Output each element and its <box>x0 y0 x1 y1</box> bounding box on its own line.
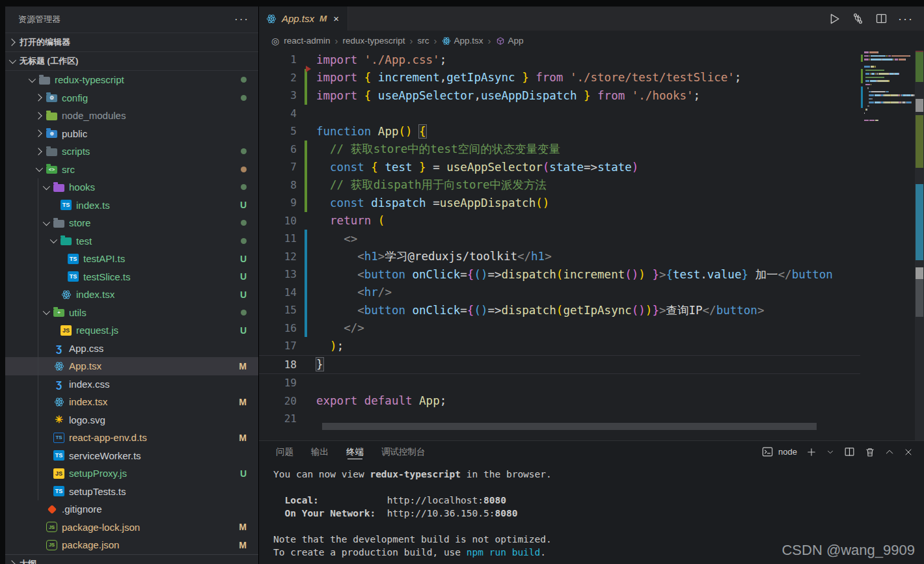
split-terminal-icon[interactable] <box>843 446 856 458</box>
code-line-7: 7 const { test } = useAppSelector(state=… <box>259 158 860 176</box>
terminal-line <box>273 481 924 494</box>
minimap[interactable] <box>860 51 915 440</box>
javascript-icon: JS <box>61 325 72 336</box>
title-bar-strip <box>0 0 924 7</box>
chevron-down-icon <box>40 310 51 315</box>
tree-item-label: scripts <box>62 146 90 157</box>
maximize-panel-icon[interactable] <box>884 447 895 457</box>
tree-item-package.json[interactable]: JSpackage.jsonM <box>5 536 258 554</box>
watermark: CSDN @wang_9909 <box>781 542 915 559</box>
tree-item-config[interactable]: ⚙config <box>5 89 258 107</box>
line-number: 4 <box>259 107 297 120</box>
file-tree: redux-typescript⚙confignode_modules⊕publ… <box>5 71 258 554</box>
more-actions-icon[interactable]: ··· <box>898 16 914 22</box>
chevron-down-icon <box>40 185 51 190</box>
tree-item-testSlice.ts[interactable]: TStestSlice.tsU <box>5 268 258 286</box>
tab-output[interactable]: 输出 <box>311 441 329 463</box>
tree-item-test[interactable]: test <box>5 232 258 250</box>
close-panel-icon[interactable] <box>903 447 914 457</box>
workspace-section[interactable]: 无标题 (工作区) <box>5 51 258 71</box>
tree-item-serviceWorker.ts[interactable]: TSserviceWorker.ts <box>5 447 258 465</box>
tree-item-label: App.css <box>69 343 103 354</box>
git-status-dot <box>241 184 258 190</box>
tree-item-label: testSlice.ts <box>83 271 131 282</box>
code-line-3: 3import { useAppSelector,useAppDispatch … <box>259 87 860 105</box>
tab-bar: App.tsx M × ··· <box>259 7 924 31</box>
tree-item-public[interactable]: ⊕public <box>5 125 258 143</box>
editor-actions: ··· <box>827 7 924 31</box>
panel-actions: node <box>761 446 924 458</box>
tree-item-utils[interactable]: +utils <box>5 304 258 322</box>
tree-item-index.tsx[interactable]: index.tsxM <box>5 393 258 411</box>
tree-item-scripts[interactable]: scripts <box>5 142 258 161</box>
gutter-change-bar <box>305 374 307 392</box>
tree-item-react-app-env.d.ts[interactable]: TSreact-app-env.d.tsM <box>5 429 258 447</box>
tab-modified-badge: M <box>319 14 327 23</box>
tree-item-setupProxy.js[interactable]: JSsetupProxy.jsU <box>5 464 258 483</box>
tab-problems[interactable]: 问题 <box>276 441 293 463</box>
breadcrumb-project[interactable]: react-admin <box>284 36 330 46</box>
code-editor[interactable]: 1import './App.css';2import { increment,… <box>259 51 924 440</box>
tree-item-index.tsx[interactable]: index.tsxU <box>5 286 258 304</box>
tree-item-index.ts[interactable]: TSindex.tsU <box>5 196 258 215</box>
tree-item-hooks[interactable]: hooks <box>5 178 258 196</box>
terminal-profile-icon[interactable] <box>761 446 774 458</box>
tree-item-index.css[interactable]: Ʒindex.css <box>5 375 258 394</box>
close-icon[interactable]: × <box>332 13 340 24</box>
chevron-down-icon[interactable] <box>826 448 835 457</box>
folder-default-icon <box>53 220 64 228</box>
tree-item-store[interactable]: store <box>5 214 258 232</box>
kill-terminal-icon[interactable] <box>864 446 876 458</box>
terminal-profile-label: node <box>778 447 797 457</box>
tree-item-label: logo.svg <box>69 414 105 425</box>
git-status-dot <box>241 310 258 316</box>
tree-item-label: index.tsx <box>76 289 115 300</box>
code-line-17: 17 ); <box>259 337 860 355</box>
breadcrumb-symbol[interactable]: App <box>496 36 524 46</box>
line-number: 19 <box>259 377 297 389</box>
activity-bar-strip <box>0 0 5 564</box>
tree-item-testAPI.ts[interactable]: TStestAPI.tsU <box>5 250 258 268</box>
breadcrumb-file[interactable]: App.tsx <box>442 36 483 46</box>
breadcrumb-src[interactable]: src <box>418 36 429 46</box>
split-editor-icon[interactable] <box>875 12 888 25</box>
tab-terminal[interactable]: 终端 <box>346 441 364 463</box>
gutter-change-bar <box>305 265 307 284</box>
tree-item-App.css[interactable]: ƷApp.css <box>5 340 258 358</box>
gutter-change-bar <box>305 212 307 230</box>
tree-item-.gitignore[interactable]: .gitignore <box>5 500 258 518</box>
run-icon[interactable] <box>827 12 841 26</box>
tree-item-logo.svg[interactable]: ✳logo.svg <box>5 411 258 429</box>
open-changes-icon[interactable] <box>851 12 865 25</box>
gutter-change-bar <box>305 410 307 428</box>
tree-item-src[interactable]: <>src <box>5 161 258 179</box>
horizontal-scrollbar[interactable] <box>322 423 817 430</box>
open-editors-section[interactable]: 打开的编辑器 <box>5 33 258 51</box>
more-actions-icon[interactable]: ··· <box>234 16 249 23</box>
code-line-15: 15 <button onClick={()=>dispatch(getIpAs… <box>259 301 860 319</box>
folder-default-icon <box>39 77 50 85</box>
tree-item-package-lock.json[interactable]: JSpackage-lock.jsonM <box>5 518 258 537</box>
tab-debug-console[interactable]: 调试控制台 <box>381 441 426 463</box>
tab-app-tsx[interactable]: App.tsx M × <box>259 7 348 31</box>
code-line-12: 12 <h1>学习@reduxjs/toolkit</h1> <box>259 248 860 266</box>
line-number: 5 <box>259 125 297 137</box>
tree-item-App.tsx[interactable]: App.tsxM <box>5 357 258 375</box>
workspace-label: 无标题 (工作区) <box>20 55 78 67</box>
tree-item-setupTests.ts[interactable]: TSsetupTests.ts <box>5 483 258 501</box>
css-icon: Ʒ <box>56 343 62 354</box>
tree-item-label: redux-typescript <box>55 74 124 85</box>
outline-section[interactable]: 大纲 <box>5 554 258 564</box>
line-number: 7 <box>259 161 297 173</box>
git-status-dot <box>241 167 258 172</box>
tree-item-request.js[interactable]: JSrequest.jsU <box>5 321 258 340</box>
tree-item-redux-typescript[interactable]: redux-typescript <box>5 71 258 89</box>
new-terminal-icon[interactable] <box>806 446 817 458</box>
tree-item-node_modules[interactable]: node_modules <box>5 107 258 125</box>
react-icon <box>54 361 64 371</box>
tree-item-label: test <box>76 235 92 247</box>
overview-ruler[interactable] <box>915 51 924 440</box>
react-icon <box>266 14 277 24</box>
line-number: 2 <box>259 72 297 84</box>
breadcrumb-folder[interactable]: redux-typescript <box>343 36 405 46</box>
